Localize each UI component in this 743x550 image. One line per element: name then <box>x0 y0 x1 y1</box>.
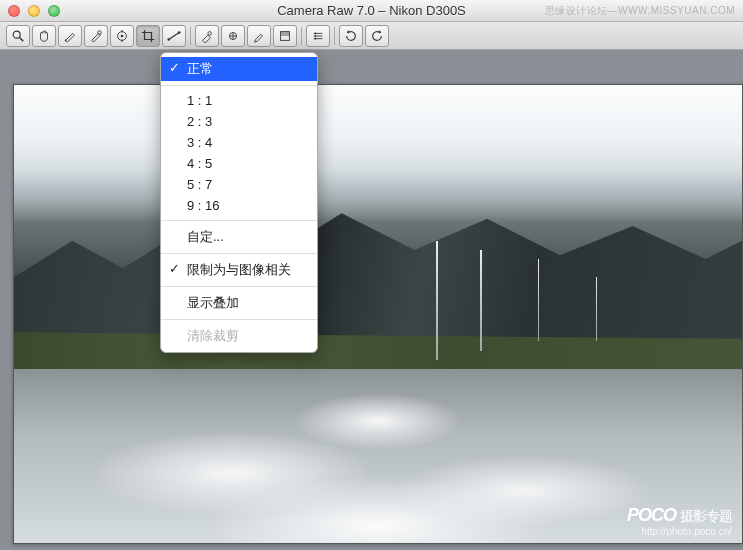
crop-tool[interactable] <box>136 25 160 47</box>
check-icon: ✓ <box>169 261 180 276</box>
color-sampler-tool[interactable] <box>84 25 108 47</box>
menu-item-ratio-5-7[interactable]: 5 : 7 <box>161 174 317 195</box>
separator <box>161 286 317 287</box>
preferences-button[interactable] <box>306 25 330 47</box>
watermark-url: http://photo.poco.cn/ <box>627 526 732 537</box>
redeye-tool[interactable] <box>221 25 245 47</box>
zoom-tool[interactable] <box>6 25 30 47</box>
rotate-cw-button[interactable] <box>365 25 389 47</box>
watermark-brand: POCO <box>627 505 676 525</box>
menu-item-ratio-9-16[interactable]: 9 : 16 <box>161 195 317 216</box>
svg-point-11 <box>208 31 212 35</box>
menu-item-custom[interactable]: 自定... <box>161 225 317 249</box>
svg-point-9 <box>167 38 170 41</box>
svg-point-21 <box>315 35 317 37</box>
hand-tool[interactable] <box>32 25 56 47</box>
separator <box>301 27 302 45</box>
svg-line-8 <box>169 32 180 39</box>
targeted-adjust-tool[interactable] <box>110 25 134 47</box>
svg-point-0 <box>13 31 20 38</box>
menu-item-ratio-2-3[interactable]: 2 : 3 <box>161 111 317 132</box>
separator <box>161 220 317 221</box>
watermark-bottom: POCO 摄影专题 http://photo.poco.cn/ <box>627 505 732 537</box>
white-balance-tool[interactable] <box>58 25 82 47</box>
menu-item-show-overlay[interactable]: 显示叠加 <box>161 291 317 315</box>
menu-item-ratio-1-1[interactable]: 1 : 1 <box>161 90 317 111</box>
check-icon: ✓ <box>169 60 180 75</box>
menu-item-constrain[interactable]: ✓限制为与图像相关 <box>161 258 317 282</box>
menu-item-normal[interactable]: ✓正常 <box>161 57 317 81</box>
canvas-area: POCO 摄影专题 http://photo.poco.cn/ <box>0 50 743 550</box>
menu-item-ratio-3-4[interactable]: 3 : 4 <box>161 132 317 153</box>
svg-rect-16 <box>281 31 290 35</box>
svg-line-1 <box>20 37 24 41</box>
svg-point-22 <box>315 37 317 39</box>
straighten-tool[interactable] <box>162 25 186 47</box>
separator <box>161 253 317 254</box>
minimize-button[interactable] <box>28 5 40 17</box>
separator <box>161 319 317 320</box>
adjustment-brush-tool[interactable] <box>247 25 271 47</box>
svg-point-5 <box>121 34 124 37</box>
window-title: Camera Raw 7.0 – Nikon D300S <box>277 3 466 18</box>
watermark-top: 思缘设计论坛—WWW.MISSYUAN.COM <box>545 4 735 18</box>
svg-point-10 <box>178 31 181 34</box>
toolbar <box>0 22 743 50</box>
spot-removal-tool[interactable] <box>195 25 219 47</box>
svg-point-20 <box>315 32 317 34</box>
rotate-ccw-button[interactable] <box>339 25 363 47</box>
svg-point-2 <box>65 39 67 41</box>
graduated-filter-tool[interactable] <box>273 25 297 47</box>
image-preview[interactable]: POCO 摄影专题 http://photo.poco.cn/ <box>13 84 743 544</box>
window-controls <box>0 5 60 17</box>
zoom-button[interactable] <box>48 5 60 17</box>
preview-image <box>14 85 742 543</box>
separator <box>334 27 335 45</box>
crop-menu: ✓正常 1 : 1 2 : 3 3 : 4 4 : 5 5 : 7 9 : 16… <box>160 52 318 353</box>
separator <box>190 27 191 45</box>
separator <box>161 85 317 86</box>
close-button[interactable] <box>8 5 20 17</box>
menu-item-clear-crop: 清除裁剪 <box>161 324 317 348</box>
watermark-logo-text: 摄影专题 <box>680 508 732 524</box>
menu-item-ratio-4-5[interactable]: 4 : 5 <box>161 153 317 174</box>
